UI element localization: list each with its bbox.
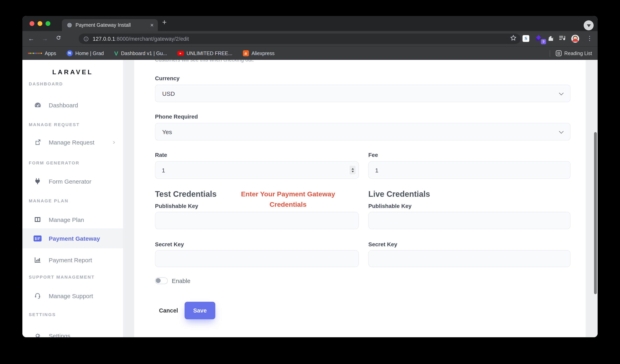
sidebar-item-label: Manage Support <box>49 292 93 299</box>
tab-title: Payment Gateway Install <box>76 22 148 28</box>
fee-label: Fee <box>368 152 571 159</box>
tab-search-button[interactable] <box>584 20 594 30</box>
address-bar[interactable]: 127.0.0.1:8000/merchant/gateway/2/edit <box>79 33 521 44</box>
test-secret-key-input[interactable] <box>155 250 359 267</box>
cancel-button[interactable]: Cancel <box>159 307 177 314</box>
sidebar: LARAVEL DASHBOARD Dashboard MANAGE REQUE… <box>22 60 124 337</box>
section-manage-plan: MANAGE PLAN <box>22 198 123 204</box>
url-path: :8000/merchant/gateway/2/edit <box>115 36 189 42</box>
extension-badge: 9 <box>541 39 546 44</box>
money-check-icon: $ <box>33 235 42 241</box>
currency-select[interactable]: USD <box>155 85 571 102</box>
bookmark-aliexpress[interactable]: a Aliexpress <box>243 50 274 56</box>
test-publishable-key-input[interactable] <box>155 212 359 229</box>
reading-list-button[interactable]: Reading List <box>549 50 592 57</box>
zoom-window-button[interactable] <box>46 21 50 26</box>
rate-label: Rate <box>155 152 359 159</box>
forward-button[interactable]: → <box>40 34 49 43</box>
test-secret-key-label: Secret Key <box>155 241 359 248</box>
sidebar-item-label: Dashboard <box>49 102 78 108</box>
checkout-help-text: Customers will see this when checking ou… <box>155 60 571 64</box>
sidebar-item-manage-plan[interactable]: Manage Plan <box>22 211 123 228</box>
currency-label: Currency <box>155 75 571 82</box>
section-support-management: SUPPORT MANAGEMENT <box>22 275 123 280</box>
youtube-favicon <box>177 51 184 56</box>
sidebar-item-label: Manage Request <box>49 139 94 146</box>
browser-toolbar: ← → 127.0.0.1:8000/merchant/gateway/2/ed… <box>22 31 598 46</box>
fee-input[interactable] <box>368 161 571 179</box>
page-content: LARAVEL DASHBOARD Dashboard MANAGE REQUE… <box>22 60 598 337</box>
browser-window: Payment Gateway Install ✕ + ← → 127.0.0.… <box>22 16 598 337</box>
sidebar-item-payment-report[interactable]: Payment Report <box>22 251 123 269</box>
tab-close-icon[interactable]: ✕ <box>150 23 154 28</box>
gauge-icon <box>33 102 42 108</box>
extension-diamond-icon[interactable]: ◆ ◆ 9 <box>535 34 543 42</box>
page-scrollbar[interactable] <box>594 132 597 294</box>
section-dashboard: DASHBOARD <box>22 81 123 87</box>
credentials-warning-text: Enter Your Payment Gateway Credentials <box>235 189 341 210</box>
close-window-button[interactable] <box>30 21 34 26</box>
bookmark-youtube[interactable]: UNLIMITED FREE... <box>177 50 232 56</box>
sidebar-item-label: Settings <box>49 332 70 337</box>
plug-icon <box>33 178 42 184</box>
sidebar-item-label: Manage Plan <box>49 216 84 223</box>
extensions-puzzle-icon[interactable] <box>547 35 554 44</box>
chevron-down-icon <box>559 129 564 134</box>
live-publishable-key-label: Publishable Key <box>368 203 571 210</box>
sidebar-item-label: Payment Gateway <box>49 235 100 242</box>
sidebar-item-settings[interactable]: Settings <box>22 327 123 337</box>
sidebar-item-form-generator[interactable]: Form Generator <box>22 173 123 190</box>
gateway-form-card: Customers will see this when checking ou… <box>134 60 586 337</box>
n-favicon: N <box>66 50 73 56</box>
browser-menu-icon[interactable]: ⋮ <box>587 35 593 42</box>
phone-required-label: Phone Required <box>155 113 571 120</box>
live-secret-key-input[interactable] <box>368 250 571 267</box>
back-button[interactable]: ← <box>27 34 36 43</box>
bookmark-home-grad[interactable]: N Home | Grad <box>66 50 104 56</box>
svg-text:$: $ <box>35 236 37 240</box>
brand-logo[interactable]: LARAVEL <box>22 69 123 76</box>
phone-required-select[interactable]: Yes <box>155 123 571 141</box>
sidebar-item-dashboard[interactable]: Dashboard <box>22 96 123 114</box>
save-button[interactable]: Save <box>185 302 215 319</box>
apps-grid-icon <box>28 53 42 54</box>
sidebar-item-manage-request[interactable]: Manage Request › <box>22 133 123 151</box>
minimize-window-button[interactable] <box>38 21 42 26</box>
rate-input[interactable] <box>155 161 359 179</box>
number-stepper[interactable] <box>350 166 356 175</box>
section-manage-request: MANAGE REQUEST <box>22 122 123 128</box>
profile-avatar[interactable] <box>571 35 579 43</box>
sidebar-item-payment-gateway[interactable]: $ Payment Gateway <box>22 228 123 248</box>
bookmark-apps[interactable]: Apps <box>28 50 56 56</box>
url-text: 127.0.0.1:8000/merchant/gateway/2/edit <box>93 36 189 42</box>
playlist-extension-icon[interactable] <box>559 36 566 43</box>
vue-favicon: V <box>114 50 118 56</box>
window-controls <box>30 21 50 26</box>
bookmark-star-icon[interactable] <box>510 35 516 43</box>
section-settings: SETTINGS <box>22 312 123 318</box>
sidebar-item-label: Form Generator <box>49 178 91 185</box>
gear-icon <box>33 333 42 337</box>
section-form-generator: FORM GENERATOR <box>22 160 123 166</box>
new-tab-button[interactable]: + <box>162 18 167 27</box>
live-secret-key-label: Secret Key <box>368 241 571 248</box>
bookmarks-bar: Apps N Home | Grad V Dashboard v1 | Gu..… <box>22 46 598 60</box>
bookmark-dashboard-v1[interactable]: V Dashboard v1 | Gu... <box>114 50 167 56</box>
chevron-right-icon: › <box>113 138 115 146</box>
enable-toggle[interactable] <box>155 277 168 284</box>
toggle-knob <box>156 278 161 283</box>
site-info-icon[interactable] <box>83 36 89 41</box>
extension-s-icon[interactable]: S <box>523 35 529 42</box>
share-icon <box>33 139 42 145</box>
globe-favicon-icon <box>67 22 72 28</box>
chevron-down-icon <box>559 91 564 95</box>
live-publishable-key-input[interactable] <box>368 212 571 229</box>
enable-label: Enable <box>172 277 190 284</box>
sidebar-item-manage-support[interactable]: Manage Support <box>22 287 123 305</box>
browser-tab[interactable]: Payment Gateway Install ✕ <box>62 19 158 31</box>
reload-icon <box>55 35 61 41</box>
live-credentials-heading: Live Credentials <box>368 188 571 200</box>
reload-button[interactable] <box>54 34 63 43</box>
columns-icon <box>33 217 42 222</box>
tab-bar: Payment Gateway Install ✕ + <box>22 16 598 31</box>
